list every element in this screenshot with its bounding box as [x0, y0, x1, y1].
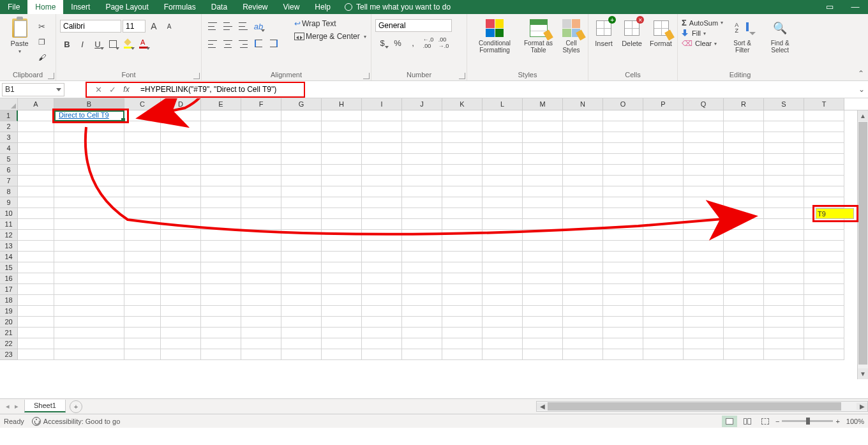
- grow-font-button[interactable]: A: [147, 19, 161, 33]
- row-header-23[interactable]: 23: [0, 349, 18, 360]
- row-header-6[interactable]: 6: [0, 165, 18, 176]
- comma-style-button[interactable]: ,: [406, 36, 420, 50]
- zoom-track[interactable]: [782, 420, 833, 422]
- column-header-B[interactable]: B: [54, 98, 124, 110]
- tab-formulas[interactable]: Formulas: [156, 0, 204, 14]
- format-as-table-button[interactable]: Format as Table: [521, 17, 556, 55]
- find-select-button[interactable]: Find & Select: [761, 17, 798, 55]
- expand-formula-bar-button[interactable]: ⌄: [855, 85, 868, 94]
- tab-insert[interactable]: Insert: [63, 0, 98, 14]
- scroll-up-button[interactable]: ▲: [858, 110, 868, 121]
- zoom-out-button[interactable]: −: [775, 418, 779, 425]
- row-header-17[interactable]: 17: [0, 284, 18, 295]
- tab-page-layout[interactable]: Page Layout: [98, 0, 156, 14]
- clipboard-dialog-launcher[interactable]: [48, 73, 54, 79]
- sheet-tab-sheet1[interactable]: Sheet1: [24, 400, 66, 412]
- row-header-14[interactable]: 14: [0, 252, 18, 262]
- sheet-nav-first[interactable]: ◂: [4, 402, 11, 411]
- insert-function-button[interactable]: fx: [120, 85, 133, 94]
- underline-button[interactable]: U: [91, 37, 105, 51]
- tab-review[interactable]: Review: [235, 0, 275, 14]
- name-box[interactable]: B1: [2, 83, 64, 96]
- decrease-indent-button[interactable]: [251, 37, 266, 51]
- column-header-C[interactable]: C: [124, 98, 161, 110]
- format-painter-button[interactable]: [35, 50, 49, 64]
- column-header-G[interactable]: G: [281, 98, 322, 110]
- sheet-nav-prev[interactable]: ▸: [13, 402, 20, 411]
- column-header-S[interactable]: S: [764, 98, 804, 110]
- delete-cells-button[interactable]: × Delete: [619, 17, 645, 49]
- row-header-3[interactable]: 3: [0, 132, 18, 143]
- collapse-ribbon-button[interactable]: ⌃: [858, 69, 864, 78]
- decrease-decimal-button[interactable]: .00→.0: [437, 36, 451, 50]
- vertical-scrollbar[interactable]: ▲ ▼: [857, 110, 868, 379]
- new-sheet-button[interactable]: +: [70, 400, 82, 413]
- column-header-J[interactable]: J: [402, 98, 442, 110]
- column-header-F[interactable]: F: [241, 98, 281, 110]
- font-color-button[interactable]: [137, 37, 151, 51]
- row-header-21[interactable]: 21: [0, 328, 18, 338]
- fill-color-button[interactable]: [121, 37, 135, 51]
- align-left-button[interactable]: [206, 37, 220, 51]
- number-dialog-launcher[interactable]: [459, 73, 465, 79]
- enter-formula-button[interactable]: ✓: [106, 85, 119, 94]
- accounting-format-button[interactable]: $: [375, 36, 389, 50]
- row-header-7[interactable]: 7: [0, 176, 18, 186]
- clear-button[interactable]: Clear ▾: [682, 39, 723, 48]
- page-layout-view-button[interactable]: [740, 416, 755, 427]
- zoom-slider[interactable]: − +: [775, 418, 840, 425]
- bold-button[interactable]: B: [60, 37, 74, 51]
- row-header-8[interactable]: 8: [0, 186, 18, 197]
- accessibility-status[interactable]: Accessibility: Good to go: [32, 417, 120, 426]
- row-header-16[interactable]: 16: [0, 273, 18, 284]
- column-header-D[interactable]: D: [161, 98, 201, 110]
- row-header-12[interactable]: 12: [0, 230, 18, 241]
- column-header-Q[interactable]: Q: [684, 98, 724, 110]
- column-header-P[interactable]: P: [643, 98, 684, 110]
- cut-button[interactable]: [35, 19, 49, 33]
- row-header-2[interactable]: 2: [0, 121, 18, 132]
- row-header-10[interactable]: 10: [0, 208, 18, 219]
- worksheet-grid[interactable]: ABCDEFGHIJKLMNOPQRST 1234567891011121314…: [0, 98, 868, 398]
- row-header-5[interactable]: 5: [0, 154, 18, 165]
- column-header-R[interactable]: R: [724, 98, 764, 110]
- font-size-input[interactable]: [123, 20, 146, 33]
- scroll-down-button[interactable]: ▼: [858, 368, 868, 379]
- row-header-15[interactable]: 15: [0, 262, 18, 273]
- column-header-A[interactable]: A: [18, 98, 54, 110]
- percent-button[interactable]: %: [391, 36, 405, 50]
- row-header-18[interactable]: 18: [0, 295, 18, 306]
- tab-help[interactable]: Help: [307, 0, 338, 14]
- row-header-13[interactable]: 13: [0, 241, 18, 252]
- font-dialog-launcher[interactable]: [193, 73, 200, 79]
- shrink-font-button[interactable]: A: [162, 19, 176, 33]
- row-header-4[interactable]: 4: [0, 143, 18, 154]
- row-header-22[interactable]: 22: [0, 338, 18, 349]
- align-right-button[interactable]: [236, 37, 250, 51]
- paste-button[interactable]: Paste ▾: [7, 17, 33, 56]
- autosum-button[interactable]: AutoSum ▾: [682, 18, 723, 27]
- alignment-dialog-launcher[interactable]: [363, 73, 370, 79]
- ribbon-display-options[interactable]: ▭: [817, 0, 842, 14]
- formula-input[interactable]: [138, 85, 304, 94]
- column-header-N[interactable]: N: [563, 98, 603, 110]
- tell-me-search[interactable]: Tell me what you want to do: [338, 3, 457, 11]
- top-align-button[interactable]: [206, 19, 220, 33]
- cell-b1-hyperlink[interactable]: Direct to Cell T9: [59, 111, 109, 119]
- row-header-19[interactable]: 19: [0, 306, 18, 317]
- font-name-input[interactable]: [60, 20, 121, 33]
- sort-filter-button[interactable]: Sort & Filter: [726, 17, 759, 55]
- zoom-in-button[interactable]: +: [835, 418, 839, 425]
- column-header-I[interactable]: I: [362, 98, 402, 110]
- increase-decimal-button[interactable]: ←.0.00: [421, 36, 435, 50]
- column-header-K[interactable]: K: [442, 98, 483, 110]
- tab-file[interactable]: File: [0, 0, 27, 14]
- cell-styles-button[interactable]: Cell Styles: [558, 17, 584, 55]
- orientation-button[interactable]: ab: [251, 19, 266, 33]
- cancel-formula-button[interactable]: ✕: [92, 85, 105, 94]
- column-header-L[interactable]: L: [483, 98, 523, 110]
- middle-align-button[interactable]: [221, 19, 235, 33]
- scroll-right-button[interactable]: ▶: [857, 403, 867, 410]
- row-header-1[interactable]: 1: [0, 110, 18, 121]
- bottom-align-button[interactable]: [236, 19, 250, 33]
